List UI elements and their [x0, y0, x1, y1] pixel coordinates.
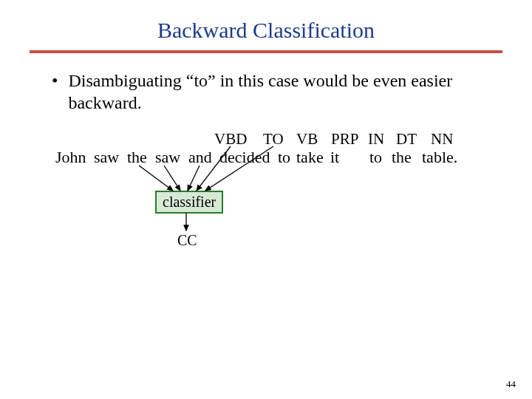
- word-table: table.: [422, 148, 457, 167]
- tag-in: IN: [368, 130, 384, 149]
- slide-title: Backward Classification: [0, 18, 532, 43]
- word-the-1: the: [127, 148, 147, 167]
- bullet-text: Disambiguating “to” in this case would b…: [68, 69, 488, 114]
- svg-line-2: [188, 166, 200, 191]
- word-saw-1: saw: [94, 148, 119, 167]
- tag-to: TO: [263, 130, 284, 149]
- tag-vb: VB: [296, 130, 318, 149]
- tag-dt: DT: [396, 130, 417, 149]
- tag-vbd: VBD: [214, 130, 247, 149]
- svg-line-0: [139, 166, 173, 191]
- word-the-2: the: [392, 148, 412, 167]
- word-decided: decided: [219, 148, 270, 167]
- word-and: and: [188, 148, 212, 167]
- tag-prp: PRP: [331, 130, 358, 149]
- classifier-box: classifier: [155, 191, 223, 214]
- bullet-item: • Disambiguating “to” in this case would…: [52, 69, 488, 114]
- bullet-dot: •: [52, 69, 58, 114]
- page-number: 44: [506, 378, 516, 390]
- word-it: it: [330, 148, 339, 167]
- word-take: take: [296, 148, 324, 167]
- word-to-1: to: [278, 148, 290, 167]
- tag-nn: NN: [431, 130, 453, 149]
- word-john: John: [55, 148, 86, 167]
- title-underline: [30, 50, 502, 53]
- word-to-2: to: [369, 148, 382, 167]
- word-saw-2: saw: [155, 148, 180, 167]
- svg-line-1: [164, 166, 180, 191]
- bullet-list: • Disambiguating “to” in this case would…: [52, 69, 488, 114]
- output-cc: CC: [177, 232, 197, 249]
- diagram-area: VBD TO VB PRP IN DT NN John saw the saw …: [0, 130, 532, 278]
